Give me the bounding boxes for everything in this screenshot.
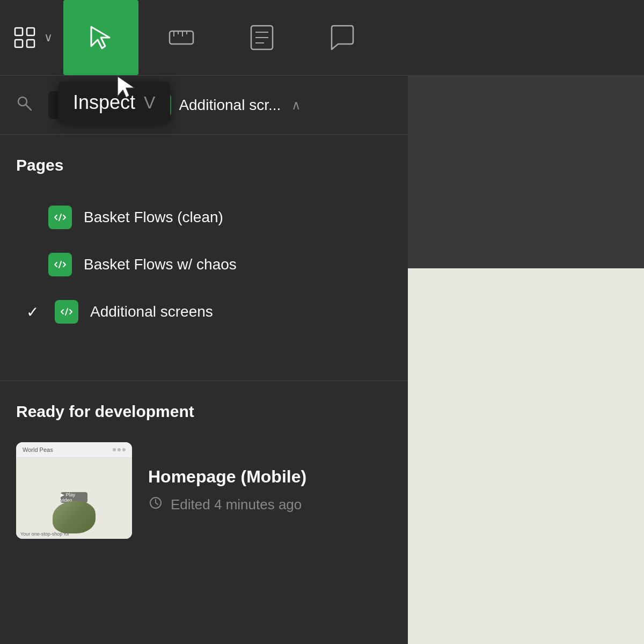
- right-panel-top: [408, 75, 644, 268]
- svg-rect-2: [15, 40, 23, 47]
- card-meta-text: Edited 4 minutes ago: [171, 496, 302, 513]
- toolbar: ∨: [0, 0, 644, 75]
- ruler-tool-button[interactable]: [144, 0, 219, 75]
- page-item-label-1: Basket Flows (clean): [84, 209, 223, 226]
- additional-tab-label: Additional scr...: [179, 97, 281, 114]
- comment-tool-button[interactable]: [305, 0, 380, 75]
- thumb-dots: [113, 448, 126, 451]
- thumb-dot-1: [113, 448, 116, 451]
- thumb-rock-image: [53, 501, 96, 533]
- figma-logo[interactable]: [11, 24, 39, 52]
- logo-area: ∨: [11, 24, 53, 52]
- right-panel-bottom: [408, 268, 644, 644]
- thumb-header: World Peas: [16, 442, 132, 458]
- thumb-dot-2: [118, 448, 121, 451]
- svg-rect-3: [27, 40, 34, 47]
- svg-line-18: [65, 309, 68, 315]
- svg-line-14: [26, 105, 31, 110]
- homepage-mobile-card[interactable]: World Peas ▶ Play video Your one-stop-sh…: [16, 442, 392, 539]
- page-code-icon-2: [48, 253, 72, 276]
- tooltip-label: Inspect: [73, 91, 135, 114]
- inspect-tool-button[interactable]: [63, 0, 138, 75]
- logo-chevron[interactable]: ∨: [44, 31, 53, 45]
- svg-rect-1: [27, 28, 34, 35]
- page-code-icon-1: [48, 206, 72, 229]
- page-item-basket-flows-clean[interactable]: Basket Flows (clean): [16, 196, 392, 239]
- inspect-tooltip: Inspect V: [58, 82, 170, 123]
- page-code-icon-3: [55, 300, 78, 324]
- search-icon[interactable]: [16, 95, 32, 115]
- card-meta: Edited 4 minutes ago: [148, 495, 306, 514]
- clock-icon: [148, 495, 163, 514]
- thumb-title: World Peas: [23, 447, 53, 453]
- page-item-label-2: Basket Flows w/ chaos: [84, 256, 237, 273]
- page-item-basket-flows-chaos[interactable]: Basket Flows w/ chaos: [16, 243, 392, 286]
- ready-for-development-section: Ready for development World Peas ▶ Play …: [0, 402, 408, 539]
- thumb-footer: Your one-stop-shop for: [20, 531, 128, 537]
- page-item-label-3: Additional screens: [90, 303, 213, 320]
- thumb-body: ▶ Play video Your one-stop-shop for: [16, 458, 132, 539]
- thumb-dot-3: [122, 448, 126, 451]
- right-panel: [408, 75, 644, 644]
- left-panel: Inspect V Additional scr... ∧ Pages: [0, 75, 408, 644]
- card-info: Homepage (Mobile) Edited 4 minutes ago: [148, 467, 306, 514]
- page-item-additional-screens[interactable]: ✓ Additional screens: [16, 290, 392, 333]
- pages-section-title: Pages: [16, 156, 392, 174]
- svg-line-17: [59, 261, 61, 268]
- tooltip-shortcut: V: [144, 93, 155, 113]
- additional-tab-chevron: ∧: [291, 98, 301, 113]
- section-divider: [0, 380, 408, 381]
- svg-line-16: [59, 214, 61, 221]
- ready-section-title: Ready for development: [16, 402, 392, 421]
- svg-rect-0: [15, 28, 23, 35]
- thumbnail: World Peas ▶ Play video Your one-stop-sh…: [16, 442, 132, 539]
- additional-screens-tab[interactable]: Additional scr... ∧: [148, 93, 301, 117]
- document-tool-button[interactable]: [224, 0, 299, 75]
- card-title: Homepage (Mobile): [148, 467, 306, 487]
- pages-section: Pages Basket Flows (clean) Basket Fl: [0, 135, 408, 359]
- svg-rect-4: [170, 31, 193, 44]
- selected-checkmark: ✓: [21, 303, 43, 321]
